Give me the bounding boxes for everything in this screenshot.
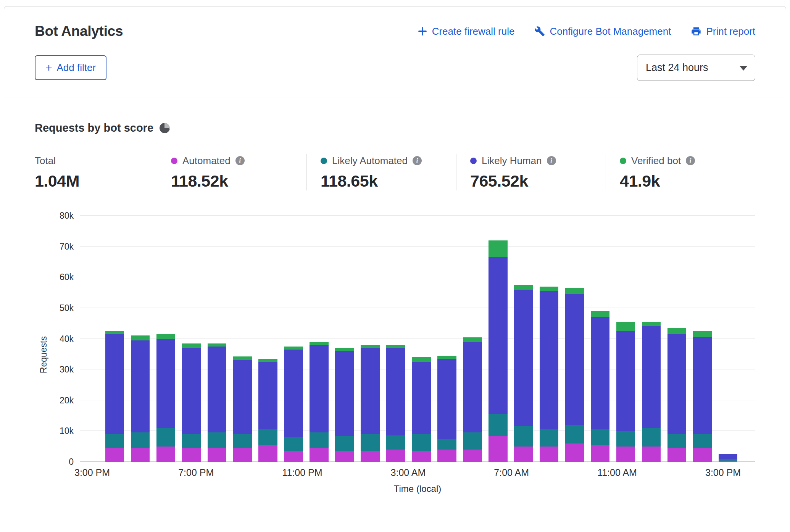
bar-segment-verified-bot [437, 356, 456, 359]
print-report-link[interactable]: Print report [691, 26, 755, 37]
stat-verified-bot: Verified bot i 41.9k [606, 154, 755, 190]
bar-segment-likely-automated [693, 434, 712, 448]
bar-segment-automated [233, 448, 252, 462]
bar-segment-automated [310, 448, 329, 462]
stat-automated-value: 118.52k [171, 172, 306, 190]
time-range-select[interactable]: Last 24 hours [637, 55, 755, 81]
stat-likely-human-label: Likely Human [482, 155, 542, 167]
x-tick-label [660, 467, 683, 478]
info-icon[interactable]: i [547, 156, 556, 165]
y-tick-label: 0 [69, 457, 74, 467]
bar-segment-likely-human [284, 350, 303, 437]
bar-segment-automated [463, 450, 482, 462]
bar-segment-likely-human [131, 340, 150, 433]
plus-icon [418, 26, 427, 36]
bar-slot [536, 216, 562, 462]
bar-segment-automated [258, 445, 277, 462]
bar-segment-verified-bot [667, 328, 687, 334]
create-firewall-rule-link[interactable]: Create firewall rule [418, 26, 515, 37]
bar-segment-automated [361, 451, 380, 462]
info-icon[interactable]: i [235, 156, 245, 165]
bar-segment-likely-automated [156, 428, 176, 446]
bar-segment-likely-automated [489, 414, 508, 435]
x-tick-label [237, 467, 260, 478]
bar-segment-likely-automated [667, 434, 687, 448]
bar-segment-likely-automated [437, 439, 456, 450]
plus-icon: + [45, 62, 52, 74]
bar-segment-likely-human [693, 337, 712, 434]
info-icon[interactable]: i [413, 156, 422, 165]
bar-segment-verified-bot [565, 288, 584, 294]
stacked-bar [565, 288, 584, 462]
bar-segment-verified-bot [514, 285, 533, 289]
bar-slot [332, 216, 358, 462]
bar-segment-likely-human [208, 347, 227, 433]
bar-segment-verified-bot [156, 334, 176, 339]
verified-bot-legend-dot [620, 158, 626, 164]
x-tick-label [110, 467, 133, 478]
bar-segment-likely-automated [642, 428, 661, 446]
bar-segment-likely-automated [233, 434, 252, 448]
bot-analytics-card: Bot Analytics Create firewall rule [4, 6, 786, 532]
bar-slot [562, 216, 587, 462]
bar-segment-likely-human [182, 348, 201, 434]
stat-likely-human: Likely Human i 765.52k [456, 154, 606, 190]
stacked-bar [131, 335, 150, 462]
bar-slot [358, 216, 383, 462]
bar-segment-likely-human [719, 454, 738, 459]
x-tick-label [552, 467, 575, 478]
section-title: Requests by bot score [35, 122, 153, 134]
add-filter-button[interactable]: + Add filter [35, 55, 106, 80]
y-tick-label: 50k [60, 303, 74, 313]
stacked-bar [591, 311, 610, 462]
stacked-bar [437, 356, 456, 462]
stat-automated: Automated i 118.52k [157, 154, 306, 190]
bar-segment-likely-human [361, 348, 380, 434]
bar-segment-likely-automated [540, 429, 559, 446]
stacked-bar [642, 322, 661, 462]
bar-segment-likely-automated [463, 432, 482, 449]
bar-segment-verified-bot [693, 331, 712, 337]
stacked-bar [386, 345, 405, 462]
info-icon[interactable]: i [686, 156, 695, 165]
bar-segment-likely-human [310, 345, 329, 433]
stacked-bar [208, 343, 227, 462]
bar-segment-automated [412, 451, 431, 462]
bar-segment-verified-bot [463, 337, 482, 342]
chevron-down-icon [740, 66, 747, 71]
bar-segment-automated [693, 448, 712, 462]
configure-bot-management-link[interactable]: Configure Bot Management [534, 26, 671, 37]
bar-segment-verified-bot [258, 359, 277, 362]
stacked-bar [284, 347, 303, 462]
x-tick-label: 7:00 PM [178, 467, 214, 478]
bar-segment-likely-automated [335, 436, 354, 451]
wrench-icon [534, 26, 545, 37]
y-axis-tick-labels: 010k20k30k40k50k60k70k80k [52, 216, 80, 462]
bar-segment-likely-human [335, 351, 354, 436]
stacked-bar [233, 356, 252, 462]
stats-row: Total 1.04M Automated i 118.52k Likely A… [35, 154, 755, 190]
bar-segment-likely-automated [412, 434, 431, 451]
bar-slot [102, 216, 127, 462]
x-tick-label [345, 467, 368, 478]
y-axis-title: Requests [35, 216, 52, 494]
bar-slot [638, 216, 664, 462]
stacked-bar [361, 345, 380, 462]
y-tick-label: 10k [60, 426, 74, 436]
bar-segment-likely-automated [258, 429, 277, 445]
y-tick-label: 80k [60, 211, 74, 221]
bar-slot [204, 216, 230, 462]
bar-segment-verified-bot [489, 240, 508, 257]
bar-slot [306, 216, 332, 462]
stacked-bar [463, 337, 482, 462]
stat-automated-label: Automated [182, 155, 231, 167]
bar-segment-verified-bot [182, 343, 201, 348]
x-tick-label [529, 467, 552, 478]
bar-segment-likely-automated [105, 434, 124, 448]
bar-segment-automated [335, 451, 354, 462]
bar-segment-automated [540, 447, 559, 462]
bar-segment-verified-bot [616, 322, 635, 331]
stacked-bar [719, 454, 738, 462]
bar-segment-likely-human [258, 362, 277, 429]
bars-container [102, 216, 741, 462]
